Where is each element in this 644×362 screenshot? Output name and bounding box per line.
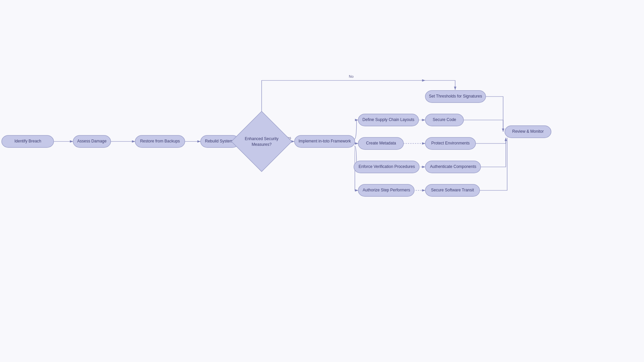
rebuild-systems-label: Rebuild Systems [205, 139, 235, 143]
connector-protect-review [475, 138, 506, 143]
no-label: No [349, 74, 354, 78]
connector-no [262, 80, 425, 111]
secure-software-transit-label: Secure Software Transit [431, 188, 474, 192]
implement-intoto-label: Implement in-toto Framework [299, 139, 351, 143]
decision-label-1: Enhanced Security [245, 136, 279, 141]
assess-damage-label: Assess Damage [77, 139, 107, 143]
authorize-step-label: Authorize Step Performers [363, 188, 410, 192]
identify-breach-label: Identify Breach [14, 139, 41, 143]
connector-secure-review [464, 120, 503, 132]
connector-impl-define [355, 120, 358, 139]
connector-thresh-review [485, 97, 503, 132]
decision-label-2: Measures? [252, 142, 272, 147]
define-supply-label: Define Supply Chain Layouts [363, 117, 415, 122]
review-monitor-label: Review & Monitor [512, 129, 544, 134]
decision-node [231, 111, 292, 172]
set-thresholds-label: Set Thresholds for Signatures [429, 94, 482, 99]
connector-no-2 [425, 80, 455, 90]
authenticate-components-label: Authenticate Components [430, 164, 476, 169]
enforce-verification-label: Enforce Verification Procedures [359, 164, 415, 169]
restore-backups-label: Restore from Backups [140, 139, 180, 143]
connector-transit-review [479, 138, 507, 190]
connector-auth-comp-review [480, 138, 506, 167]
protect-environments-label: Protect Environments [431, 141, 470, 145]
secure-code-label: Secure Code [433, 117, 456, 122]
create-metadata-label: Create Metadata [366, 141, 396, 145]
